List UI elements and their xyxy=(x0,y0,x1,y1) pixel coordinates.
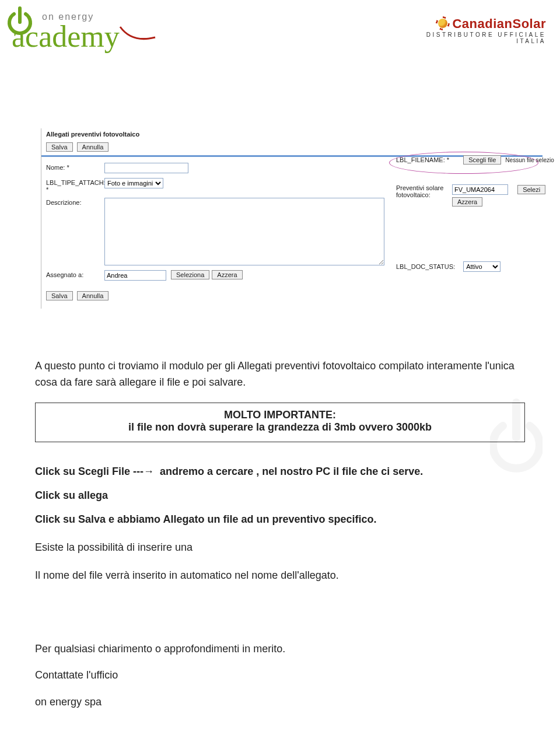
notice-line: il file non dovrà superare la grandezza … xyxy=(128,421,432,433)
step-scegli-file: Click su Scegli File ---→ andremo a cerc… xyxy=(35,466,525,478)
cancel-button-top[interactable]: Annulla xyxy=(77,142,109,152)
logo-on-energy-academy: on energy academy xyxy=(4,4,161,56)
assign-reset-button[interactable]: Azzera xyxy=(212,270,242,279)
para-onenergy: on energy spa xyxy=(35,694,525,711)
filename-label: LBL_FILENAME: * xyxy=(396,156,449,163)
name-label: Nome: * xyxy=(46,163,104,171)
cancel-button-bottom[interactable]: Annulla xyxy=(77,291,109,300)
type-select[interactable]: Foto e immagini xyxy=(104,178,163,188)
notice-title: MOLTO IMPORTANTE: xyxy=(224,409,336,421)
para-contattate: Contattate l'ufficio xyxy=(35,667,525,684)
para-chiarimento: Per qualsiasi chiarimento o approfondime… xyxy=(35,641,525,657)
assign-input[interactable] xyxy=(104,270,166,281)
logo-canadian-solar: CanadianSolar DISTRIBUTORE UFFICIALE ITA… xyxy=(406,16,546,48)
intro-paragraph: A questo punto ci troviamo il modulo per… xyxy=(35,358,525,391)
preventivi-label: Preventivi solare fotovoltaico: xyxy=(396,184,449,198)
step-salva: Click su Salva e abbiamo Allegato un fil… xyxy=(35,513,525,526)
save-button-bottom[interactable]: Salva xyxy=(46,291,73,300)
desc-label: Descrizione: xyxy=(46,198,104,206)
form-title: Allegati preventivi fotovoltaico xyxy=(46,128,542,142)
assign-select-button[interactable]: Seleziona xyxy=(171,270,209,279)
instruction-body: A questo punto ci troviamo il modulo per… xyxy=(35,358,525,715)
sun-icon xyxy=(436,16,450,30)
arrow-icon: → xyxy=(144,466,154,477)
browse-file-status: Nessun file selezio xyxy=(505,157,554,163)
save-button-top[interactable]: Salva xyxy=(46,142,73,152)
para-possibilita: Esiste la possibilità di inserire una xyxy=(35,540,525,556)
type-label: LBL_TIPE_ATTACH: * xyxy=(46,178,104,193)
docstatus-select[interactable]: Attivo xyxy=(463,261,501,272)
browse-file-button[interactable]: Scegli file xyxy=(463,155,501,165)
desc-textarea[interactable] xyxy=(104,198,384,265)
name-input[interactable] xyxy=(104,163,188,173)
assign-label: Assegnato a: xyxy=(46,270,104,278)
preventivi-reset-button[interactable]: Azzera xyxy=(452,197,482,207)
docstatus-label: LBL_DOC_STATUS: xyxy=(396,263,455,270)
step-allega: Click su allega xyxy=(35,489,525,502)
preventivi-input[interactable] xyxy=(452,184,508,195)
logo-text-academy: academy xyxy=(12,20,120,53)
allegati-form-screenshot: Allegati preventivi fotovoltaico Salva A… xyxy=(41,128,542,309)
important-notice-box: MOLTO IMPORTANTE: il file non dovrà supe… xyxy=(35,403,525,442)
para-nome-file: Il nome del file verrà inserito in autom… xyxy=(35,568,525,584)
preventivi-select-button[interactable]: Selezi xyxy=(517,185,545,194)
